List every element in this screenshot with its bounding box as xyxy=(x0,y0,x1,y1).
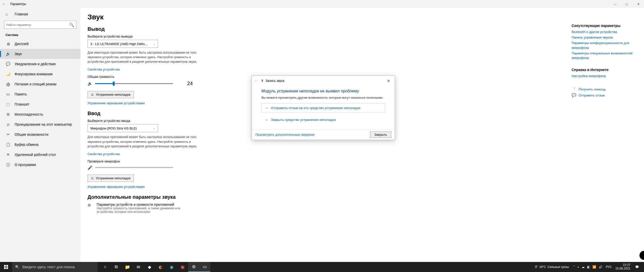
taskbar-search[interactable]: 🔍 Введите здесь текст для поиска xyxy=(12,262,98,272)
tray-app-icon-2[interactable]: ◧ xyxy=(587,265,590,269)
related-link[interactable]: Параметры специальных возможностей микро… xyxy=(572,51,637,60)
sidebar-item-уведомления-и-действия[interactable]: 💬Уведомления и действия xyxy=(0,59,80,69)
nav-label: Удаленный рабочий стол xyxy=(15,153,56,157)
dialog-close-button[interactable]: Закрыть xyxy=(370,131,391,138)
svg-rect-1 xyxy=(6,265,8,267)
speaker-icon[interactable]: 🔉 xyxy=(88,81,93,86)
start-button[interactable] xyxy=(0,262,12,272)
nav-label: Фокусировка внимания xyxy=(15,72,53,76)
task-view-icon[interactable]: ⧉ xyxy=(111,262,122,272)
search-box[interactable]: 🔍 xyxy=(4,21,76,29)
tray-app-icon[interactable]: ● xyxy=(577,265,579,269)
nav-icon: ⏻ xyxy=(6,82,11,86)
nav-icon: 🖥 xyxy=(6,42,11,46)
edge-icon[interactable]: ◉ xyxy=(166,262,177,272)
nav-label: Планшет xyxy=(15,102,29,106)
nav-icon: ✂ xyxy=(6,132,11,137)
nav-label: Память xyxy=(15,92,27,96)
output-properties-link[interactable]: Свойства устройства xyxy=(88,67,120,71)
sidebar-item-буфер-обмена[interactable]: 📋Буфер обмена xyxy=(0,140,80,150)
close-button[interactable]: ✕ xyxy=(632,0,644,8)
amd-icon[interactable]: ▣ xyxy=(177,262,188,272)
svg-rect-2 xyxy=(4,267,6,269)
send-feedback-label: Отправить отзыв xyxy=(579,93,605,97)
tray-chevron-icon[interactable]: ˄ xyxy=(573,265,575,269)
settings-icon[interactable]: ⚙ xyxy=(188,262,199,272)
related-link[interactable]: Панель управления звуком xyxy=(572,35,637,40)
microphone-icon: 🎤 xyxy=(88,165,93,170)
nav-icon: ⓘ xyxy=(6,162,11,167)
app-icon-1[interactable]: ◆ xyxy=(144,262,155,272)
volume-slider[interactable] xyxy=(95,83,173,84)
dialog-option-close[interactable]: → Закрыть средство устранения неполадок xyxy=(261,115,385,125)
cortana-icon[interactable]: ○ xyxy=(100,262,111,272)
dialog-close-icon[interactable]: ✕ xyxy=(385,79,392,83)
search-input[interactable] xyxy=(6,23,69,27)
input-troubleshoot-button[interactable]: ⚠ Устранение неполадок xyxy=(88,175,134,182)
window-title: Параметры xyxy=(10,2,26,6)
output-device-value: 3 - LG ULTRAWIDE (AMD High Defin... xyxy=(90,42,147,46)
dialog-option-feedback[interactable]: → Отправить отзыв на это средство устран… xyxy=(261,103,385,113)
sidebar-item-проецирование-на-этот-компьютер[interactable]: ⎚Проецирование на этот компьютер xyxy=(0,119,80,129)
sidebar-item-питание-и-спящий-режим[interactable]: ⏻Питание и спящий режим xyxy=(0,79,80,89)
nav-icon: ✕ xyxy=(6,152,11,157)
sidebar-item-о-программе[interactable]: ⓘО программе xyxy=(0,160,80,170)
input-device-value: Микрофон (ROG Strix HS BLE) xyxy=(90,126,137,130)
sidebar-item-удаленный-рабочий-стол[interactable]: ✕Удаленный рабочий стол xyxy=(0,150,80,160)
warning-icon: ⚠ xyxy=(91,176,94,180)
volume-tray-icon[interactable]: 🔊 xyxy=(599,265,602,269)
mail-icon[interactable]: ✉ xyxy=(133,262,144,272)
input-device-select[interactable]: Микрофон (ROG Strix HS BLE) ⌄ xyxy=(88,124,158,132)
app-volume-row[interactable]: ⚙ Параметры устройств и громкости прилож… xyxy=(88,202,634,214)
sidebar-item-общие-возможности[interactable]: ✂Общие возможности xyxy=(0,129,80,140)
get-help-label: Получить помощь xyxy=(579,87,606,91)
dialog-back-button[interactable]: ← xyxy=(254,79,258,83)
input-manage-link[interactable]: Управление звуковыми устройствами xyxy=(88,185,145,189)
minimize-button[interactable]: — xyxy=(609,0,621,8)
sidebar-item-звук[interactable]: 🔊Звук xyxy=(0,49,80,59)
input-properties-link[interactable]: Свойства устройства xyxy=(88,152,120,156)
weather-widget[interactable]: ⛈ 18°C Сильные грозы xyxy=(535,265,569,269)
search-icon: 🔍 xyxy=(69,22,74,27)
onedrive-icon[interactable]: ☁ xyxy=(582,265,585,269)
send-feedback-link[interactable]: 💬 Отправить отзыв xyxy=(572,93,637,97)
nav-icon: ⬚ xyxy=(6,102,11,107)
output-troubleshoot-button[interactable]: ⚠ Устранение неполадок xyxy=(88,91,134,98)
app-icon-2[interactable]: ◐ xyxy=(155,262,166,272)
svg-rect-0 xyxy=(4,265,6,267)
output-manage-link[interactable]: Управление звуковыми устройствами xyxy=(88,101,145,105)
input-troubleshoot-label: Устранение неполадок xyxy=(96,176,131,180)
sliders-icon: ⚙ xyxy=(88,202,93,208)
related-heading: Сопутствующие параметры xyxy=(572,24,637,28)
language-indicator[interactable]: РУС xyxy=(606,265,612,269)
sidebar-item-планшет[interactable]: ⬚Планшет xyxy=(0,99,80,109)
sidebar-item-дисплей[interactable]: 🖥Дисплей xyxy=(0,39,80,49)
sidebar-item-многозадачность[interactable]: ⧉Многозадачность xyxy=(0,109,80,119)
dialog-more-link[interactable]: Просмотреть дополнительные сведения xyxy=(255,133,314,137)
clock[interactable]: 22:27 15.06.2021 xyxy=(615,263,630,270)
dialog-titlebar: ← 🎙 Запись звука ✕ xyxy=(252,76,395,86)
back-button[interactable]: ← xyxy=(0,0,8,8)
dialog-option-close-label: Закрыть средство устранения неполадок xyxy=(271,118,336,122)
arrow-right-icon: → xyxy=(265,118,268,122)
related-link[interactable]: Параметры конфиденциальности для микрофо… xyxy=(572,41,637,50)
troubleshoot-window-icon[interactable]: ▭ xyxy=(199,262,210,272)
sidebar-item-фокусировка-внимания[interactable]: 🌙Фокусировка внимания xyxy=(0,69,80,79)
app-volume-sub: Настройте громкость приложений, а также … xyxy=(97,207,197,214)
help-icon: ❔ xyxy=(572,87,576,91)
file-explorer-icon[interactable]: 📁 xyxy=(122,262,133,272)
network-icon[interactable]: 📶 xyxy=(592,265,596,269)
advanced-heading: Дополнительные параметры звука xyxy=(88,194,634,200)
nav-label: Звук xyxy=(15,52,22,56)
help-link-mic-setup[interactable]: Настройка микрофона xyxy=(572,74,637,78)
sidebar-home[interactable]: ⌂ Главная xyxy=(0,9,80,19)
nav-icon: 🌙 xyxy=(6,72,11,76)
chevron-down-icon: ⌄ xyxy=(153,127,155,130)
output-device-select[interactable]: 3 - LG ULTRAWIDE (AMD High Defin... ⌄ xyxy=(88,40,158,48)
get-help-link[interactable]: ❔ Получить помощь xyxy=(572,87,637,91)
volume-value: 24 xyxy=(187,81,193,86)
action-center-icon[interactable]: 💬 xyxy=(632,265,642,269)
sidebar-item-память[interactable]: ▭Память xyxy=(0,89,80,99)
related-link[interactable]: Bluetooth и другие устройства xyxy=(572,30,637,34)
maximize-button[interactable]: ▢ xyxy=(621,0,632,8)
